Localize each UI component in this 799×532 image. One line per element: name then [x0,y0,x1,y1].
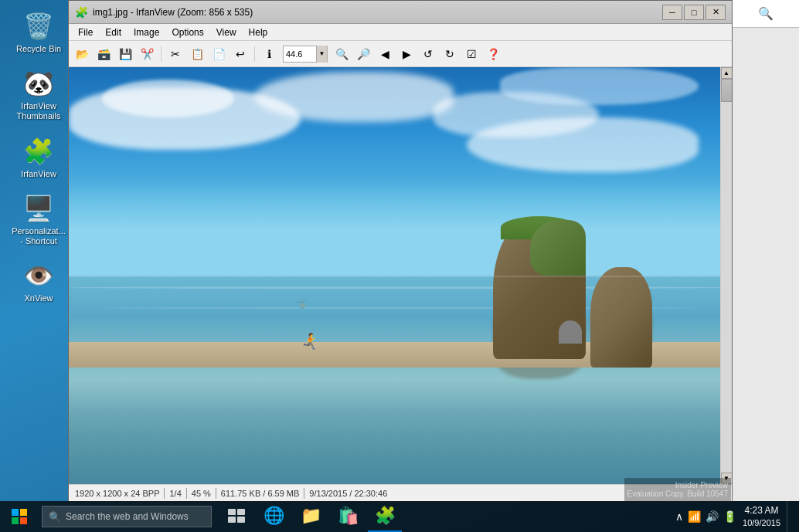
save-button[interactable]: 💾 [115,44,135,64]
search-icon: 🔍 [49,511,61,523]
status-fraction: 1/4 [169,489,181,498]
cut-button[interactable]: ✂ [165,44,185,64]
insider-preview: Insider Preview Evaluation Copy. Build 1… [624,478,731,501]
menu-options[interactable]: Options [165,25,209,39]
taskbar-right: ∧ 📶 🔊 🔋 4:23 AM 10/9/2015 [675,501,799,532]
xnview-image: 👁️ [23,260,54,291]
window-title: img1.jpg - IrfanView (Zoom: 856 x 535) [93,7,662,18]
recycle-bin-icon[interactable]: 🗑️ Recycle Bin [8,8,70,57]
insider-line1: Insider Preview [627,481,728,490]
store-button[interactable]: 🛍️ [331,501,365,532]
right-panel-search[interactable]: 🔍 [732,0,799,28]
start-button[interactable] [0,501,39,532]
zoom-box: ▼ [283,46,328,63]
close-button[interactable]: ✕ [706,5,726,20]
svg-rect-0 [12,509,19,516]
rotate-ccw-button[interactable]: ↺ [418,44,438,64]
tray-sound-icon[interactable]: 🔊 [706,510,719,523]
rock-secondary [590,267,652,368]
zoom-dropdown-arrow[interactable]: ▼ [316,46,327,63]
rotate-cw-button[interactable]: ↻ [440,44,460,64]
copy-button[interactable]: 📋 [187,44,207,64]
edge-icon: 🌐 [264,506,284,526]
irfanview-icon[interactable]: 🧩 IrfanView [8,133,70,182]
minimize-button[interactable]: ─ [662,5,682,20]
title-bar: 🧩 img1.jpg - IrfanView (Zoom: 856 x 535)… [69,1,732,24]
cloud-5 [467,117,699,172]
menu-edit[interactable]: Edit [99,25,128,39]
taskbar: 🔍 Search the web and Windows 🌐 📁 🛍️ [0,501,799,532]
paste-button[interactable]: 📄 [209,44,229,64]
open-button[interactable]: 📂 [72,44,92,64]
tray-network-icon: 📶 [688,510,701,523]
task-view-button[interactable] [219,501,253,532]
svg-rect-1 [20,509,27,516]
scroll-up-button[interactable]: ▲ [721,67,733,79]
zoom-in-button[interactable]: 🔎 [353,44,373,64]
clock-date: 10/9/2015 [743,517,780,528]
clock[interactable]: 4:23 AM 10/9/2015 [743,505,780,528]
menu-file[interactable]: File [72,25,99,39]
status-zoom: 45 % [192,489,211,498]
mark-button[interactable]: ☑ [461,44,481,64]
help-button[interactable]: ❓ [483,44,503,64]
undo-button[interactable]: ↩ [230,44,250,64]
irfanview-window: 🧩 img1.jpg - IrfanView (Zoom: 856 x 535)… [68,0,733,502]
irfanview-taskbar-button[interactable]: 🧩 [368,501,402,532]
runner: 🏃 [301,332,320,351]
menu-view[interactable]: View [210,25,243,39]
personalize-icon[interactable]: 🖥️ Personalizat... - Shortcut [8,190,70,249]
cloud-6 [500,67,699,105]
irfanview-thumbnails-icon[interactable]: 🐼 IrfanView Thumbnails [8,65,70,124]
info-button[interactable]: ℹ [259,44,279,64]
desktop-icons: 🗑️ Recycle Bin 🐼 IrfanView Thumbnails 🧩 … [8,8,70,307]
explorer-icon: 📁 [301,506,321,526]
window-controls: ─ □ ✕ [662,5,726,20]
irfanview-thumbnails-label: IrfanView Thumbnails [11,101,66,121]
explorer-button[interactable]: 📁 [294,501,328,532]
prev-button[interactable]: ◀ [375,44,395,64]
rock-vegetation [501,216,578,239]
status-sep-4 [304,488,304,499]
beach-scene: 🏃 🏃 [69,67,732,484]
taskbar-apps: 🌐 📁 🛍️ 🧩 [219,501,402,532]
maximize-button[interactable]: □ [684,5,704,20]
cloud-3 [254,72,453,122]
zoom-out-button[interactable]: 🔍 [332,44,352,64]
irfanview-tb-icon: 🧩 [375,506,396,526]
taskbar-search[interactable]: 🔍 Search the web and Windows [42,506,212,527]
recycle-bin-image: 🗑️ [23,11,54,42]
svg-rect-2 [12,517,19,524]
status-sep-2 [186,488,187,499]
store-icon: 🛍️ [338,506,359,526]
toolbar-sep-2 [254,46,255,62]
svg-rect-3 [20,517,27,524]
xnview-icon[interactable]: 👁️ XnView [8,257,70,307]
recycle-bin-label: Recycle Bin [16,44,61,54]
scroll-thumb[interactable] [721,79,733,102]
clock-time: 4:23 AM [743,505,780,517]
irfanview-image: 🧩 [23,136,54,167]
search-text: Search the web and Windows [66,511,189,522]
edge-button[interactable]: 🌐 [257,501,291,532]
zoom-input[interactable] [284,49,316,59]
status-sep-1 [164,488,165,499]
tray-battery-icon: 🔋 [723,510,736,523]
vertical-scrollbar[interactable]: ▲ ▼ [720,67,732,484]
status-sep-3 [216,488,216,499]
status-filesize: 611.75 KB / 6.59 MB [221,489,300,498]
show-desktop-button[interactable] [787,501,793,532]
tray-arrow[interactable]: ∧ [675,510,683,523]
toolbar: 📂 🗃️ 💾 ✂️ ✂ 📋 📄 ↩ ℹ ▼ 🔍 🔎 ◀ ▶ ↺ ↻ ☑ ❓ [69,41,732,67]
xnview-label: XnView [24,293,53,303]
window-icon: 🧩 [75,6,88,19]
scroll-track[interactable] [721,79,733,473]
rock-main [493,220,586,359]
thumbnail-button[interactable]: 🗃️ [94,44,114,64]
menu-help[interactable]: Help [243,25,274,39]
menu-image[interactable]: Image [128,25,165,39]
next-button[interactable]: ▶ [396,44,416,64]
task-view-icon [228,509,245,523]
delete-button[interactable]: ✂️ [137,44,157,64]
svg-rect-7 [237,517,245,523]
